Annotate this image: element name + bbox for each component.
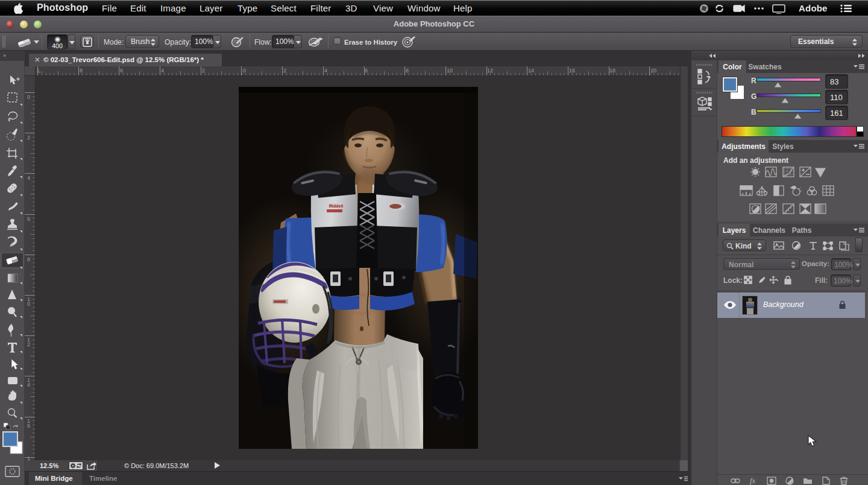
svg-text:Riddell: Riddell — [329, 204, 343, 208]
svg-text:fx: fx — [750, 477, 756, 485]
